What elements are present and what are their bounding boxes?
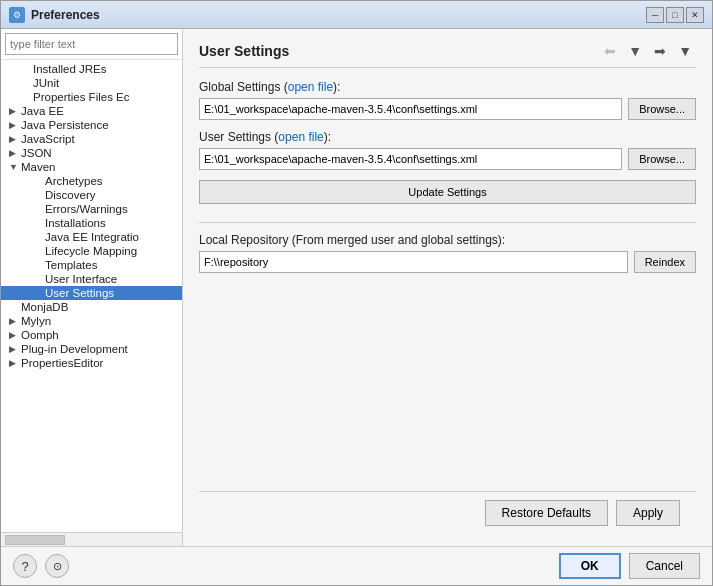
sidebar-item-oomph[interactable]: ▶ Oomph (1, 328, 182, 342)
preferences-sidebar: Installed JREs JUnit Properties Files Ec… (1, 29, 183, 546)
expand-icon: ▶ (9, 134, 19, 144)
browse-user-button[interactable]: Browse... (628, 148, 696, 170)
sidebar-item-label: Mylyn (21, 315, 51, 327)
forward-button[interactable]: ➡ (650, 41, 670, 61)
app-icon: ⚙ (9, 7, 25, 23)
maximize-button[interactable]: □ (666, 7, 684, 23)
sidebar-item-label: PropertiesEditor (21, 357, 103, 369)
preferences-tree: Installed JREs JUnit Properties Files Ec… (1, 60, 182, 532)
sidebar-item-properties-files[interactable]: Properties Files Ec (1, 90, 182, 104)
sidebar-item-installations[interactable]: Installations (1, 216, 182, 230)
sidebar-item-label: Templates (45, 259, 97, 271)
sidebar-item-installed-jres[interactable]: Installed JREs (1, 62, 182, 76)
sidebar-item-label: Errors/Warnings (45, 203, 128, 215)
sidebar-item-lifecycle-mapping[interactable]: Lifecycle Mapping (1, 244, 182, 258)
sidebar-item-json[interactable]: ▶ JSON (1, 146, 182, 160)
sidebar-item-label: JSON (21, 147, 52, 159)
sidebar-item-properties-editor[interactable]: ▶ PropertiesEditor (1, 356, 182, 370)
sidebar-item-mongodb[interactable]: MonjaDB (1, 300, 182, 314)
global-settings-row: Browse... (199, 98, 696, 120)
restore-defaults-button[interactable]: Restore Defaults (485, 500, 608, 526)
sidebar-item-javascript[interactable]: ▶ JavaScript (1, 132, 182, 146)
sidebar-item-mylyn[interactable]: ▶ Mylyn (1, 314, 182, 328)
content-panel: User Settings ⬅ ▼ ➡ ▼ Global Settings (o… (183, 29, 712, 546)
back-button[interactable]: ⬅ (600, 41, 620, 61)
sidebar-item-templates[interactable]: Templates (1, 258, 182, 272)
window-controls: ─ □ ✕ (646, 7, 704, 23)
sidebar-item-label: Maven (21, 161, 56, 173)
content-header: User Settings ⬅ ▼ ➡ ▼ (199, 41, 696, 68)
sidebar-item-java-ee-integration[interactable]: Java EE Integratio (1, 230, 182, 244)
sidebar-item-archetypes[interactable]: Archetypes (1, 174, 182, 188)
update-settings-button[interactable]: Update Settings (199, 180, 696, 204)
sidebar-item-discovery[interactable]: Discovery (1, 188, 182, 202)
global-settings-input[interactable] (199, 98, 622, 120)
local-repo-input[interactable] (199, 251, 628, 273)
expand-icon: ▶ (9, 358, 19, 368)
user-settings-label: User Settings (open file): (199, 130, 696, 144)
sidebar-item-label: Installed JREs (33, 63, 107, 75)
search-input[interactable] (5, 33, 178, 55)
sidebar-item-label: Java EE (21, 105, 64, 117)
expand-icon: ▶ (9, 344, 19, 354)
local-repo-label: Local Repository (From merged user and g… (199, 233, 696, 247)
page-title: User Settings (199, 43, 600, 59)
sidebar-item-errors-warnings[interactable]: Errors/Warnings (1, 202, 182, 216)
sidebar-item-user-interface[interactable]: User Interface (1, 272, 182, 286)
sidebar-horizontal-scrollbar[interactable] (1, 532, 182, 546)
sidebar-item-label: Java EE Integratio (45, 231, 139, 243)
title-bar: ⚙ Preferences ─ □ ✕ (1, 1, 712, 29)
settings-button[interactable]: ⊙ (45, 554, 69, 578)
user-settings-input[interactable] (199, 148, 622, 170)
sidebar-item-label: User Interface (45, 273, 117, 285)
sidebar-item-plugin-development[interactable]: ▶ Plug-in Development (1, 342, 182, 356)
sidebar-item-junit[interactable]: JUnit (1, 76, 182, 90)
sidebar-item-label: MonjaDB (21, 301, 68, 313)
user-settings-link[interactable]: open file (278, 130, 323, 144)
sidebar-item-java-persistence[interactable]: ▶ Java Persistence (1, 118, 182, 132)
footer-bar: ? ⊙ OK Cancel (1, 546, 712, 585)
expand-icon: ▶ (9, 106, 19, 116)
nav-dropdown[interactable]: ▼ (624, 41, 646, 61)
expand-icon: ▶ (9, 120, 19, 130)
expand-icon: ▶ (9, 330, 19, 340)
apply-button[interactable]: Apply (616, 500, 680, 526)
sidebar-item-label: Java Persistence (21, 119, 109, 131)
user-settings-row: Browse... (199, 148, 696, 170)
expand-icon: ▶ (9, 148, 19, 158)
browse-global-button[interactable]: Browse... (628, 98, 696, 120)
global-settings-label: Global Settings (open file): (199, 80, 696, 94)
collapse-icon: ▼ (9, 162, 19, 172)
help-button[interactable]: ? (13, 554, 37, 578)
sidebar-item-label: Archetypes (45, 175, 103, 187)
action-bar: Restore Defaults Apply (199, 491, 696, 534)
forward-dropdown[interactable]: ▼ (674, 41, 696, 61)
cancel-button[interactable]: Cancel (629, 553, 700, 579)
reindex-button[interactable]: Reindex (634, 251, 696, 273)
sidebar-item-label: Installations (45, 217, 106, 229)
sidebar-item-java-ee[interactable]: ▶ Java EE (1, 104, 182, 118)
search-box (1, 29, 182, 60)
nav-buttons: ⬅ ▼ ➡ ▼ (600, 41, 696, 61)
close-button[interactable]: ✕ (686, 7, 704, 23)
sidebar-item-label: Properties Files Ec (33, 91, 130, 103)
sidebar-item-label: JavaScript (21, 133, 75, 145)
local-repo-row: Reindex (199, 251, 696, 273)
sidebar-item-label: User Settings (45, 287, 114, 299)
sidebar-item-label: Discovery (45, 189, 95, 201)
expand-icon: ▶ (9, 316, 19, 326)
ok-button[interactable]: OK (559, 553, 621, 579)
global-settings-link[interactable]: open file (288, 80, 333, 94)
sidebar-item-maven[interactable]: ▼ Maven (1, 160, 182, 174)
sidebar-item-label: Lifecycle Mapping (45, 245, 137, 257)
minimize-button[interactable]: ─ (646, 7, 664, 23)
sidebar-item-label: Oomph (21, 329, 59, 341)
window-title: Preferences (31, 8, 646, 22)
sidebar-item-user-settings[interactable]: User Settings (1, 286, 182, 300)
sidebar-item-label: JUnit (33, 77, 59, 89)
sidebar-item-label: Plug-in Development (21, 343, 128, 355)
